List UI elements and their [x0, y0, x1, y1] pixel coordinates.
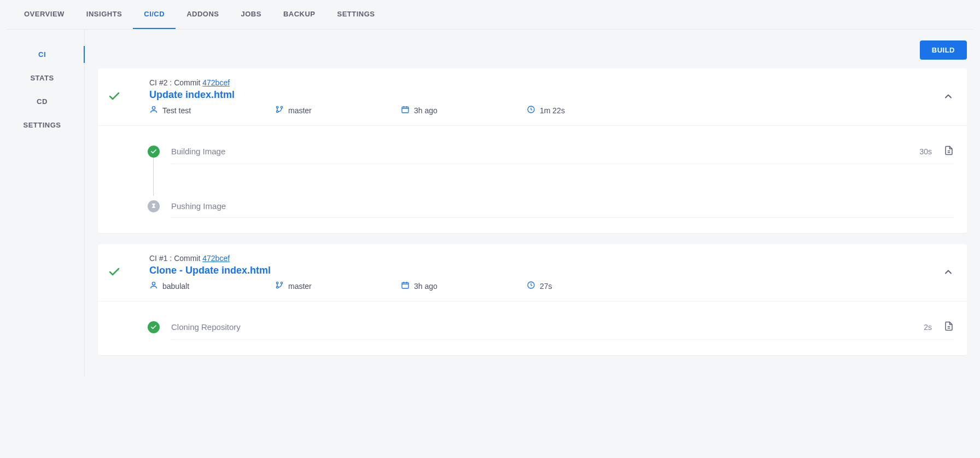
- build-button[interactable]: BUILD: [920, 40, 967, 60]
- build-title[interactable]: Clone - Update index.html: [149, 265, 943, 276]
- chevron-up-icon[interactable]: [943, 266, 954, 279]
- build-title[interactable]: Update index.html: [149, 89, 943, 101]
- tab-settings[interactable]: SETTINGS: [326, 0, 386, 29]
- build-card: CI #1 : Commit 472bcef Clone - Update in…: [98, 244, 967, 355]
- svg-point-1: [276, 106, 278, 108]
- branch-icon: [275, 281, 284, 291]
- side-tab-ci[interactable]: CI: [0, 43, 84, 66]
- svg-point-2: [276, 111, 278, 112]
- branch-icon: [275, 105, 284, 115]
- top-tabs: OVERVIEW INSIGHTS CI/CD ADDONS JOBS BACK…: [7, 0, 973, 30]
- calendar-icon: [401, 105, 410, 115]
- svg-rect-4: [402, 107, 409, 113]
- time-ago: 3h ago: [401, 105, 527, 115]
- check-icon: [108, 265, 121, 280]
- side-tab-stats[interactable]: STATS: [0, 66, 84, 90]
- tab-overview[interactable]: OVERVIEW: [13, 0, 75, 29]
- svg-point-9: [276, 282, 278, 283]
- calendar-icon: [401, 281, 410, 291]
- build-header[interactable]: CI #2 : Commit 472bcef Update index.html…: [98, 68, 967, 126]
- build-card: CI #2 : Commit 472bcef Update index.html…: [98, 68, 967, 233]
- clock-icon: [527, 281, 535, 291]
- build-step: Building Image 30s: [147, 139, 954, 164]
- step-name: Building Image: [171, 147, 225, 156]
- svg-point-10: [276, 286, 278, 288]
- build-header[interactable]: CI #1 : Commit 472bcef Clone - Update in…: [98, 244, 967, 302]
- person-icon: [149, 281, 158, 291]
- step-connector: [153, 153, 154, 196]
- svg-rect-12: [402, 282, 409, 288]
- branch: master: [275, 281, 401, 291]
- tab-backup[interactable]: BACKUP: [272, 0, 326, 29]
- duration: 27s: [527, 281, 652, 291]
- duration: 1m 22s: [527, 105, 652, 115]
- author: Test test: [149, 105, 275, 115]
- time-ago: 3h ago: [401, 281, 527, 291]
- log-icon[interactable]: [944, 321, 954, 333]
- svg-point-8: [152, 282, 155, 285]
- commit-link[interactable]: 472bcef: [202, 254, 230, 263]
- success-icon: [148, 321, 160, 333]
- tab-jobs[interactable]: JOBS: [230, 0, 272, 29]
- clock-icon: [527, 105, 535, 115]
- tab-insights[interactable]: INSIGHTS: [75, 0, 133, 29]
- svg-point-3: [281, 106, 282, 108]
- build-meta: CI #1 : Commit 472bcef: [149, 254, 943, 263]
- step-name: Pushing Image: [171, 201, 226, 211]
- branch: master: [275, 105, 401, 115]
- tab-cicd[interactable]: CI/CD: [133, 0, 176, 29]
- tab-addons[interactable]: ADDONS: [176, 0, 230, 29]
- side-tab-cd[interactable]: CD: [0, 90, 84, 113]
- side-tab-settings[interactable]: SETTINGS: [0, 113, 84, 137]
- build-meta: CI #2 : Commit 472bcef: [149, 78, 943, 87]
- step-name: Cloning Repository: [171, 322, 241, 332]
- person-icon: [149, 105, 158, 115]
- step-duration: 30s: [919, 147, 932, 156]
- svg-point-0: [152, 107, 155, 109]
- log-icon[interactable]: [944, 146, 954, 157]
- svg-point-11: [281, 282, 282, 283]
- step-duration: 2s: [924, 323, 932, 332]
- commit-link[interactable]: 472bcef: [202, 78, 230, 87]
- side-tabs: CI STATS CD SETTINGS: [0, 30, 85, 377]
- build-step: Pushing Image: [147, 195, 954, 218]
- build-step: Cloning Repository 2s: [147, 315, 954, 340]
- queued-icon: [148, 200, 160, 212]
- author: babulalt: [149, 281, 275, 291]
- success-icon: [148, 146, 160, 158]
- chevron-up-icon[interactable]: [943, 91, 954, 103]
- check-icon: [108, 90, 121, 105]
